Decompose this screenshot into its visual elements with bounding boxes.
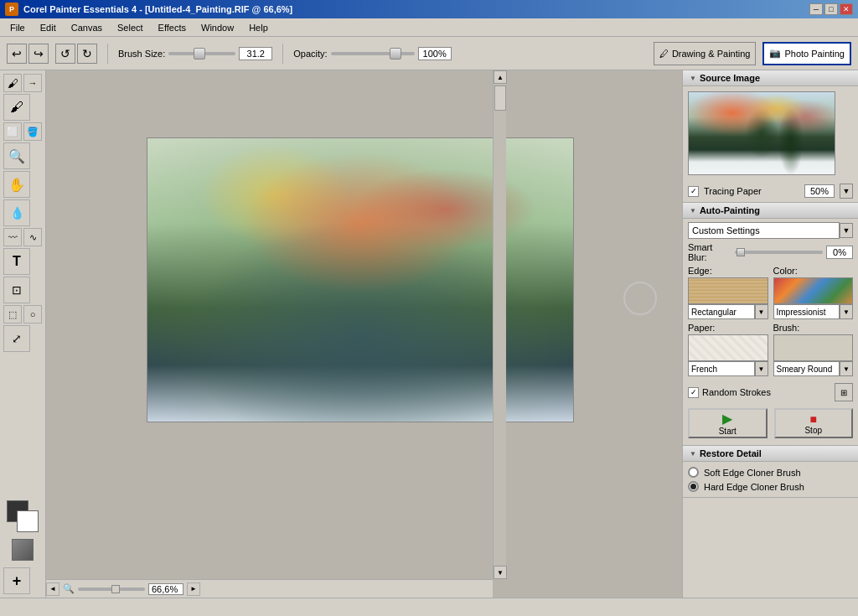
- brush-tool[interactable]: 🖌: [3, 94, 30, 121]
- vertical-scrollbar[interactable]: ▲ ▼: [493, 70, 506, 579]
- crop-tool[interactable]: ⊡: [3, 277, 30, 303]
- menu-bar: File Edit Canvas Select Effects Window H…: [0, 18, 858, 37]
- maximize-button[interactable]: □: [824, 3, 838, 15]
- separator-1: [107, 44, 108, 64]
- menu-file[interactable]: File: [3, 21, 32, 34]
- zoom-thumb[interactable]: [111, 585, 120, 593]
- scroll-right-button[interactable]: ►: [187, 582, 200, 596]
- scroll-thumb-v[interactable]: [494, 85, 506, 111]
- right-panel: ▼ Source Image ✓ Tracing Paper 50% ▼ ▼: [682, 70, 858, 598]
- undo-button[interactable]: ↩: [7, 44, 27, 64]
- edge-color-row: Edge: Rectangular ▼ Color:: [688, 266, 853, 319]
- eyedropper-tool[interactable]: 💧: [3, 199, 30, 226]
- tracing-opacity-value[interactable]: 50%: [804, 184, 835, 198]
- restore-detail-arrow: ▼: [690, 450, 696, 458]
- trace-handle[interactable]: [623, 282, 657, 315]
- brush-size-slider[interactable]: [168, 52, 235, 55]
- brush-dropdown-arrow[interactable]: ▼: [840, 361, 853, 376]
- painting-image: [147, 138, 573, 422]
- tracing-opacity-dropdown[interactable]: ▼: [840, 184, 853, 199]
- restore-detail-content: Soft Edge Cloner Brush Hard Edge Cloner …: [683, 462, 858, 497]
- brush-selector-icon[interactable]: 🖌: [3, 74, 22, 92]
- menu-select[interactable]: Select: [111, 21, 150, 34]
- smart-blur-slider[interactable]: [735, 251, 823, 254]
- menu-help[interactable]: Help: [242, 21, 275, 34]
- opacity-thumb[interactable]: [390, 48, 401, 60]
- background-color[interactable]: [17, 510, 39, 532]
- paper-value[interactable]: French: [688, 361, 755, 376]
- color-group: Color: Impressionist ▼: [773, 266, 854, 319]
- brush-size-value[interactable]: [239, 47, 272, 60]
- zoom-value-input[interactable]: 66,6%: [148, 583, 183, 595]
- horizontal-scrollbar[interactable]: ◄ 🔍 66,6% ►: [46, 579, 493, 598]
- paper-dropdown-row: French ▼: [688, 361, 768, 376]
- color-canvas-preview[interactable]: [12, 539, 34, 561]
- zoom-slider[interactable]: [78, 588, 145, 591]
- minimize-button[interactable]: ─: [809, 3, 823, 15]
- main-layout: 🖌 → 🖌 ⬜ 🪣 🔍 ✋ 💧 〰 ∿ T ⊡ ⬚ ○ ⤢ +: [0, 70, 858, 598]
- brush-preview: [773, 334, 854, 361]
- edge-value[interactable]: Rectangular: [688, 304, 755, 319]
- window-controls[interactable]: ─ □ ✕: [809, 3, 853, 15]
- soft-edge-cloner-label: Soft Edge Cloner Brush: [704, 468, 801, 478]
- edge-dropdown-arrow[interactable]: ▼: [755, 304, 768, 319]
- menu-canvas[interactable]: Canvas: [65, 21, 109, 34]
- drawing-painting-icon: 🖊: [659, 49, 669, 59]
- photo-painting-button[interactable]: 📷 Photo Painting: [762, 42, 851, 65]
- random-strokes-label: Random Strokes: [702, 387, 771, 397]
- transform-tool[interactable]: ⤢: [3, 325, 30, 352]
- rotate-right-button[interactable]: ↻: [77, 44, 97, 64]
- opacity-value[interactable]: [418, 47, 452, 60]
- redo-button[interactable]: ↪: [28, 44, 49, 64]
- next-tool-button[interactable]: →: [23, 74, 42, 92]
- stop-button[interactable]: ■ Stop: [774, 408, 854, 438]
- source-image-preview[interactable]: [688, 91, 835, 175]
- blend-tool[interactable]: ∿: [23, 228, 42, 246]
- start-button[interactable]: ▶ Start: [688, 408, 768, 438]
- text-tool[interactable]: T: [3, 248, 30, 275]
- menu-edit[interactable]: Edit: [34, 21, 63, 34]
- drawing-painting-button[interactable]: 🖊 Drawing & Painting: [654, 42, 757, 65]
- tracing-paper-checkbox[interactable]: ✓: [688, 186, 699, 197]
- add-layer-button[interactable]: +: [3, 567, 30, 594]
- hard-edge-cloner-label: Hard Edge Cloner Brush: [704, 482, 804, 492]
- soft-edge-cloner-radio[interactable]: [688, 467, 699, 478]
- zoom-tool[interactable]: 🔍: [3, 142, 30, 169]
- menu-window[interactable]: Window: [194, 21, 240, 34]
- opacity-label: Opacity:: [293, 49, 327, 59]
- random-icon-button[interactable]: ⊞: [835, 383, 853, 401]
- source-image-title: Source Image: [700, 73, 760, 83]
- hard-edge-cloner-radio[interactable]: [688, 481, 699, 492]
- canvas-area[interactable]: ◀ ▲ ▼ ◄ 🔍 66,6% ►: [46, 70, 682, 598]
- rotate-left-button[interactable]: ↺: [55, 44, 75, 64]
- rect-select-tool[interactable]: ⬚: [3, 305, 22, 324]
- smart-blur-row: Smart Blur: 0%: [688, 242, 853, 262]
- scroll-down-button[interactable]: ▼: [494, 566, 507, 579]
- random-strokes-checkbox[interactable]: ✓: [688, 387, 699, 398]
- brush-size-thumb[interactable]: [194, 48, 205, 60]
- scroll-up-button[interactable]: ▲: [494, 70, 507, 84]
- hard-edge-cloner-row: Hard Edge Cloner Brush: [688, 479, 853, 494]
- opacity-slider[interactable]: [331, 52, 415, 55]
- preset-dropdown-arrow[interactable]: ▼: [840, 223, 853, 238]
- close-button[interactable]: ✕: [840, 3, 853, 15]
- smear-tool[interactable]: 〰: [3, 228, 22, 246]
- restore-detail-title: Restore Detail: [700, 448, 762, 458]
- paper-dropdown-arrow[interactable]: ▼: [755, 361, 768, 376]
- stop-label: Stop: [804, 426, 822, 435]
- preset-dropdown[interactable]: Custom Settings: [688, 222, 840, 239]
- tracing-paper-label: Tracing Paper: [704, 186, 799, 196]
- color-value[interactable]: Impressionist: [773, 304, 840, 319]
- menu-effects[interactable]: Effects: [152, 21, 193, 34]
- edge-preview: [688, 277, 768, 304]
- smart-blur-thumb[interactable]: [737, 248, 745, 256]
- brush-value[interactable]: Smeary Round: [773, 361, 840, 376]
- eraser-tool[interactable]: ⬜: [3, 122, 22, 141]
- smart-blur-value[interactable]: 0%: [826, 246, 853, 259]
- scroll-left-button[interactable]: ◄: [46, 582, 59, 596]
- lasso-tool[interactable]: ○: [23, 305, 42, 324]
- hand-tool[interactable]: ✋: [3, 171, 30, 198]
- color-dropdown-arrow[interactable]: ▼: [840, 304, 853, 319]
- paint-bucket-tool[interactable]: 🪣: [23, 122, 42, 141]
- zoom-area: 🔍 66,6%: [59, 582, 187, 597]
